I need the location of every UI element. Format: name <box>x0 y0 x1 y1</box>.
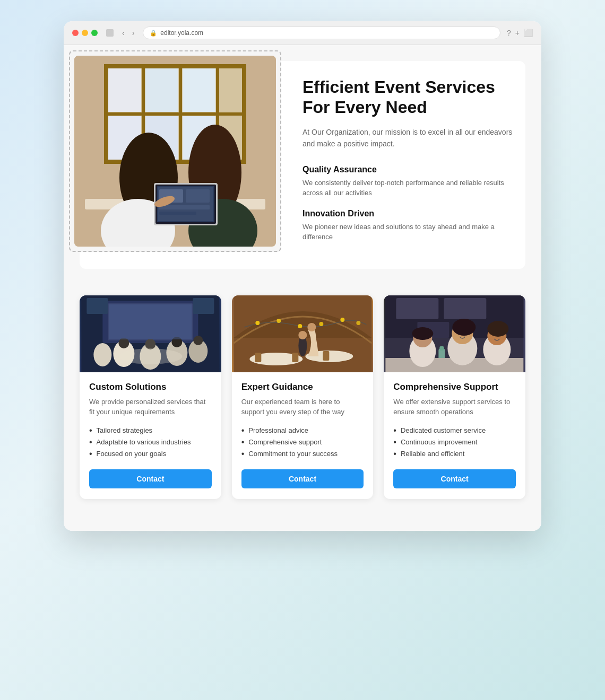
svg-rect-76 <box>386 295 524 372</box>
list-item: Focused on your goals <box>89 448 212 460</box>
hero-image <box>74 56 276 247</box>
page-content: Efficient Event Services For Every Need … <box>64 45 541 531</box>
dashed-border <box>69 50 281 252</box>
list-item: Continuous improvement <box>393 436 516 448</box>
svg-rect-7 <box>108 68 141 112</box>
svg-rect-25 <box>159 212 196 215</box>
card-support-body: Comprehensive Support We offer extensive… <box>384 372 525 499</box>
browser-toolbar: ‹ › 🔒 editor.yola.com ? + ⬜ <box>64 21 541 45</box>
card-expert-title: Expert Guidance <box>241 382 364 392</box>
svg-rect-24 <box>159 205 210 209</box>
hero-section: Efficient Event Services For Every Need … <box>80 61 525 269</box>
card-custom-solutions: Custom Solutions We provide personalized… <box>80 295 221 499</box>
svg-rect-41 <box>109 304 192 339</box>
svg-point-36 <box>145 339 155 349</box>
feature-quality-desc: We consistently deliver top-notch perfor… <box>302 178 515 198</box>
card-custom-body: Custom Solutions We provide personalized… <box>80 372 221 499</box>
list-item: Adaptable to various industries <box>89 436 212 448</box>
contact-button-expert[interactable]: Contact <box>241 469 364 488</box>
card-expert-desc: Our experienced team is here to support … <box>241 397 364 417</box>
window-controls <box>72 30 98 36</box>
hero-title: Efficient Event Services For Every Need <box>302 77 515 118</box>
card-support-desc: We offer extensive support services to e… <box>393 397 516 417</box>
hero-image-wrapper <box>80 61 281 252</box>
help-button[interactable]: ? <box>507 29 511 37</box>
card-support-title: Comprehensive Support <box>393 382 516 392</box>
contact-button-custom[interactable]: Contact <box>89 469 212 488</box>
browser-actions: ? + ⬜ <box>507 29 533 37</box>
tab-icon <box>106 29 114 37</box>
hero-subtitle: At Our Organization, our mission is to e… <box>302 126 515 150</box>
card-custom-title: Custom Solutions <box>89 382 212 392</box>
list-item: Commitment to your success <box>241 448 364 460</box>
minimize-button-dot[interactable] <box>82 30 88 36</box>
svg-rect-23 <box>186 189 210 203</box>
browser-window: ‹ › 🔒 editor.yola.com ? + ⬜ <box>64 21 541 531</box>
svg-rect-8 <box>145 68 178 112</box>
card-expert-body: Expert Guidance Our experienced team is … <box>232 372 374 499</box>
card-custom-desc: We provide personalized services that fi… <box>89 397 212 417</box>
add-tab-button[interactable]: + <box>515 29 520 37</box>
svg-point-38 <box>193 336 203 345</box>
browser-navigation: ‹ › <box>120 28 136 38</box>
cards-section: Custom Solutions We provide personalized… <box>80 295 525 499</box>
card-image-venue <box>232 295 374 372</box>
list-item: Comprehensive support <box>241 436 364 448</box>
hero-text: Efficient Event Services For Every Need … <box>302 61 525 269</box>
feature-quality: Quality Assurance We consistently delive… <box>302 165 515 198</box>
list-item: Tailored strategies <box>89 425 212 436</box>
feature-quality-title: Quality Assurance <box>302 165 515 174</box>
card-support-list: Dedicated customer service Continuous im… <box>393 425 516 460</box>
card-image-people <box>384 295 525 372</box>
card-expert-guidance: Expert Guidance Our experienced team is … <box>232 295 374 499</box>
forward-button[interactable]: › <box>130 28 137 38</box>
feature-innovation-title: Innovation Driven <box>302 209 515 218</box>
url-bar[interactable]: 🔒 editor.yola.com <box>143 27 500 39</box>
feature-innovation-desc: We pioneer new ideas and solutions to st… <box>302 222 515 242</box>
back-button[interactable]: ‹ <box>120 28 127 38</box>
card-comprehensive-support: Comprehensive Support We offer extensive… <box>384 295 525 499</box>
svg-point-34 <box>93 343 111 366</box>
svg-rect-39 <box>87 298 108 314</box>
close-button-dot[interactable] <box>72 30 79 36</box>
lock-icon: 🔒 <box>150 30 157 37</box>
card-expert-list: Professional advice Comprehensive suppor… <box>241 425 364 460</box>
svg-point-42 <box>118 348 182 364</box>
list-item: Dedicated customer service <box>393 425 516 436</box>
svg-rect-58 <box>234 295 371 372</box>
card-custom-list: Tailored strategies Adaptable to various… <box>89 425 212 460</box>
url-text: editor.yola.com <box>160 29 203 37</box>
feature-innovation: Innovation Driven We pioneer new ideas a… <box>302 209 515 242</box>
contact-button-support[interactable]: Contact <box>393 469 516 488</box>
list-item: Reliable and efficient <box>393 448 516 460</box>
svg-rect-9 <box>183 68 215 112</box>
svg-rect-40 <box>193 298 214 314</box>
extensions-button[interactable]: ⬜ <box>524 29 533 37</box>
maximize-button-dot[interactable] <box>91 30 98 36</box>
list-item: Professional advice <box>241 425 364 436</box>
card-image-conference <box>80 295 221 372</box>
